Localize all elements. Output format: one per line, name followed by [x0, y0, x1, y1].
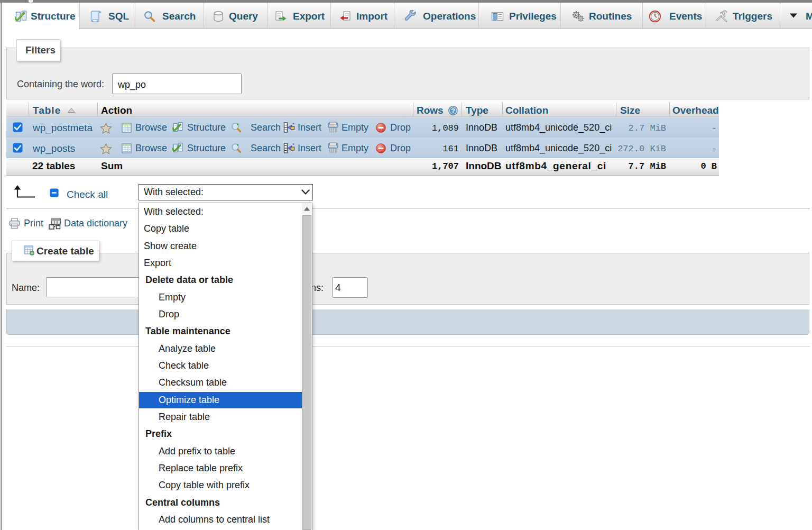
- svg-text:?: ?: [451, 107, 455, 115]
